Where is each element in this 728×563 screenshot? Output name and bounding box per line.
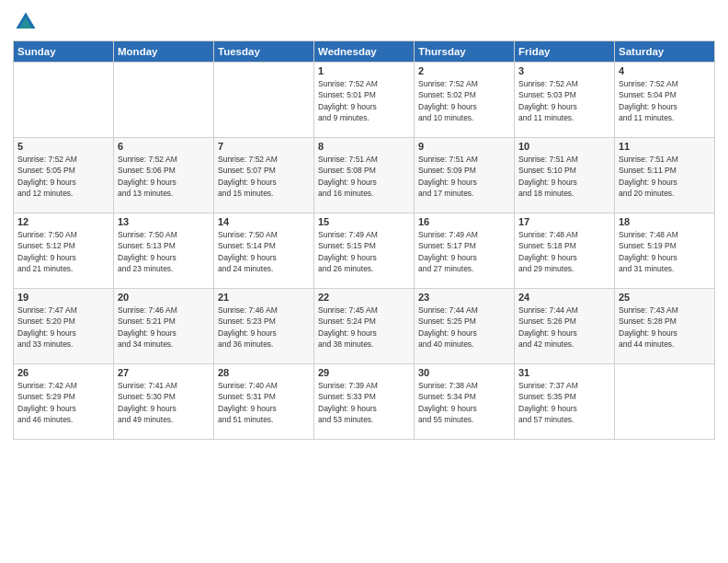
- calendar-cell: 25Sunrise: 7:43 AMSunset: 5:28 PMDayligh…: [615, 289, 715, 364]
- cell-info: Sunrise: 7:44 AMSunset: 5:25 PMDaylight:…: [418, 304, 510, 350]
- calendar-cell: 15Sunrise: 7:49 AMSunset: 5:15 PMDayligh…: [314, 213, 415, 289]
- calendar-cell: 29Sunrise: 7:39 AMSunset: 5:33 PMDayligh…: [314, 364, 415, 440]
- day-number: 8: [318, 141, 410, 152]
- day-number: 18: [619, 216, 711, 227]
- day-number: 21: [218, 292, 310, 303]
- cell-info: Sunrise: 7:37 AMSunset: 5:35 PMDaylight:…: [518, 380, 610, 425]
- cell-info: Sunrise: 7:48 AMSunset: 5:19 PMDaylight:…: [619, 229, 711, 274]
- calendar-cell: [214, 63, 314, 138]
- cell-info: Sunrise: 7:46 AMSunset: 5:23 PMDaylight:…: [218, 304, 310, 350]
- day-number: 29: [318, 367, 410, 378]
- calendar-cell: 27Sunrise: 7:41 AMSunset: 5:30 PMDayligh…: [114, 364, 214, 440]
- day-number: 19: [17, 292, 109, 303]
- day-number: 30: [418, 367, 510, 378]
- day-number: 26: [17, 367, 109, 378]
- calendar-cell: [114, 63, 214, 138]
- calendar-table: SundayMondayTuesdayWednesdayThursdayFrid…: [13, 40, 715, 440]
- calendar-cell: 18Sunrise: 7:48 AMSunset: 5:19 PMDayligh…: [615, 213, 715, 289]
- calendar-cell: 13Sunrise: 7:50 AMSunset: 5:13 PMDayligh…: [114, 213, 214, 289]
- calendar-cell: 22Sunrise: 7:45 AMSunset: 5:24 PMDayligh…: [314, 289, 415, 364]
- cell-info: Sunrise: 7:40 AMSunset: 5:31 PMDaylight:…: [218, 380, 310, 425]
- cell-info: Sunrise: 7:47 AMSunset: 5:20 PMDaylight:…: [17, 304, 109, 350]
- calendar-cell: 1Sunrise: 7:52 AMSunset: 5:01 PMDaylight…: [314, 63, 415, 138]
- cell-info: Sunrise: 7:50 AMSunset: 5:13 PMDaylight:…: [118, 229, 210, 274]
- calendar-cell: 6Sunrise: 7:52 AMSunset: 5:06 PMDaylight…: [114, 138, 214, 213]
- cell-info: Sunrise: 7:45 AMSunset: 5:24 PMDaylight:…: [318, 304, 410, 350]
- calendar-cell: 26Sunrise: 7:42 AMSunset: 5:29 PMDayligh…: [14, 364, 114, 440]
- cell-info: Sunrise: 7:50 AMSunset: 5:12 PMDaylight:…: [17, 229, 109, 274]
- calendar-cell: 16Sunrise: 7:49 AMSunset: 5:17 PMDayligh…: [415, 213, 515, 289]
- day-number: 13: [118, 216, 210, 227]
- cell-info: Sunrise: 7:49 AMSunset: 5:15 PMDaylight:…: [318, 229, 410, 274]
- day-number: 25: [619, 292, 711, 303]
- day-number: 23: [418, 292, 510, 303]
- day-number: 15: [318, 216, 410, 227]
- cell-info: Sunrise: 7:51 AMSunset: 5:11 PMDaylight:…: [619, 154, 711, 199]
- calendar-cell: [615, 364, 715, 440]
- weekday-header-sunday: Sunday: [14, 41, 114, 63]
- day-number: 20: [118, 292, 210, 303]
- calendar-week-2: 5Sunrise: 7:52 AMSunset: 5:05 PMDaylight…: [14, 138, 715, 213]
- weekday-header-wednesday: Wednesday: [314, 41, 415, 63]
- calendar-cell: 14Sunrise: 7:50 AMSunset: 5:14 PMDayligh…: [214, 213, 314, 289]
- calendar-cell: 23Sunrise: 7:44 AMSunset: 5:25 PMDayligh…: [415, 289, 515, 364]
- day-number: 5: [17, 141, 109, 152]
- day-number: 31: [518, 367, 610, 378]
- cell-info: Sunrise: 7:52 AMSunset: 5:04 PMDaylight:…: [619, 78, 711, 123]
- day-number: 17: [518, 216, 610, 227]
- calendar-cell: [14, 63, 114, 138]
- calendar-cell: 9Sunrise: 7:51 AMSunset: 5:09 PMDaylight…: [415, 138, 515, 213]
- weekday-header-thursday: Thursday: [415, 41, 515, 63]
- cell-info: Sunrise: 7:43 AMSunset: 5:28 PMDaylight:…: [619, 304, 711, 350]
- day-number: 3: [518, 65, 610, 76]
- cell-info: Sunrise: 7:52 AMSunset: 5:02 PMDaylight:…: [418, 78, 510, 123]
- day-number: 10: [518, 141, 610, 152]
- calendar-week-1: 1Sunrise: 7:52 AMSunset: 5:01 PMDaylight…: [14, 63, 715, 138]
- day-number: 16: [418, 216, 510, 227]
- day-number: 14: [218, 216, 310, 227]
- calendar-week-3: 12Sunrise: 7:50 AMSunset: 5:12 PMDayligh…: [14, 213, 715, 289]
- cell-info: Sunrise: 7:41 AMSunset: 5:30 PMDaylight:…: [118, 380, 210, 425]
- cell-info: Sunrise: 7:51 AMSunset: 5:08 PMDaylight:…: [318, 154, 410, 199]
- day-number: 7: [218, 141, 310, 152]
- calendar-cell: 3Sunrise: 7:52 AMSunset: 5:03 PMDaylight…: [515, 63, 615, 138]
- cell-info: Sunrise: 7:44 AMSunset: 5:26 PMDaylight:…: [518, 304, 610, 350]
- weekday-header-saturday: Saturday: [615, 41, 715, 63]
- calendar-cell: 20Sunrise: 7:46 AMSunset: 5:21 PMDayligh…: [114, 289, 214, 364]
- cell-info: Sunrise: 7:38 AMSunset: 5:34 PMDaylight:…: [418, 380, 510, 425]
- day-number: 11: [619, 141, 711, 152]
- day-number: 28: [218, 367, 310, 378]
- cell-info: Sunrise: 7:50 AMSunset: 5:14 PMDaylight:…: [218, 229, 310, 274]
- cell-info: Sunrise: 7:52 AMSunset: 5:07 PMDaylight:…: [218, 154, 310, 199]
- cell-info: Sunrise: 7:51 AMSunset: 5:10 PMDaylight:…: [518, 154, 610, 199]
- cell-info: Sunrise: 7:49 AMSunset: 5:17 PMDaylight:…: [418, 229, 510, 274]
- calendar-header-row: SundayMondayTuesdayWednesdayThursdayFrid…: [14, 41, 715, 63]
- weekday-header-tuesday: Tuesday: [214, 41, 314, 63]
- calendar-cell: 28Sunrise: 7:40 AMSunset: 5:31 PMDayligh…: [214, 364, 314, 440]
- calendar-cell: 7Sunrise: 7:52 AMSunset: 5:07 PMDaylight…: [214, 138, 314, 213]
- weekday-header-monday: Monday: [114, 41, 214, 63]
- calendar-cell: 21Sunrise: 7:46 AMSunset: 5:23 PMDayligh…: [214, 289, 314, 364]
- calendar-cell: 4Sunrise: 7:52 AMSunset: 5:04 PMDaylight…: [615, 63, 715, 138]
- calendar-cell: 5Sunrise: 7:52 AMSunset: 5:05 PMDaylight…: [14, 138, 114, 213]
- cell-info: Sunrise: 7:52 AMSunset: 5:03 PMDaylight:…: [518, 78, 610, 123]
- day-number: 22: [318, 292, 410, 303]
- day-number: 9: [418, 141, 510, 152]
- cell-info: Sunrise: 7:42 AMSunset: 5:29 PMDaylight:…: [17, 380, 109, 425]
- calendar-cell: 30Sunrise: 7:38 AMSunset: 5:34 PMDayligh…: [415, 364, 515, 440]
- day-number: 6: [118, 141, 210, 152]
- calendar-week-5: 26Sunrise: 7:42 AMSunset: 5:29 PMDayligh…: [14, 364, 715, 440]
- logo-icon: [13, 9, 39, 35]
- cell-info: Sunrise: 7:51 AMSunset: 5:09 PMDaylight:…: [418, 154, 510, 199]
- calendar-cell: 2Sunrise: 7:52 AMSunset: 5:02 PMDaylight…: [415, 63, 515, 138]
- cell-info: Sunrise: 7:46 AMSunset: 5:21 PMDaylight:…: [118, 304, 210, 350]
- cell-info: Sunrise: 7:52 AMSunset: 5:01 PMDaylight:…: [318, 78, 410, 123]
- day-number: 12: [17, 216, 109, 227]
- calendar-cell: 10Sunrise: 7:51 AMSunset: 5:10 PMDayligh…: [515, 138, 615, 213]
- calendar-cell: 12Sunrise: 7:50 AMSunset: 5:12 PMDayligh…: [14, 213, 114, 289]
- calendar-cell: 24Sunrise: 7:44 AMSunset: 5:26 PMDayligh…: [515, 289, 615, 364]
- day-number: 2: [418, 65, 510, 76]
- day-number: 27: [118, 367, 210, 378]
- header: [13, 9, 715, 35]
- logo: [13, 9, 42, 35]
